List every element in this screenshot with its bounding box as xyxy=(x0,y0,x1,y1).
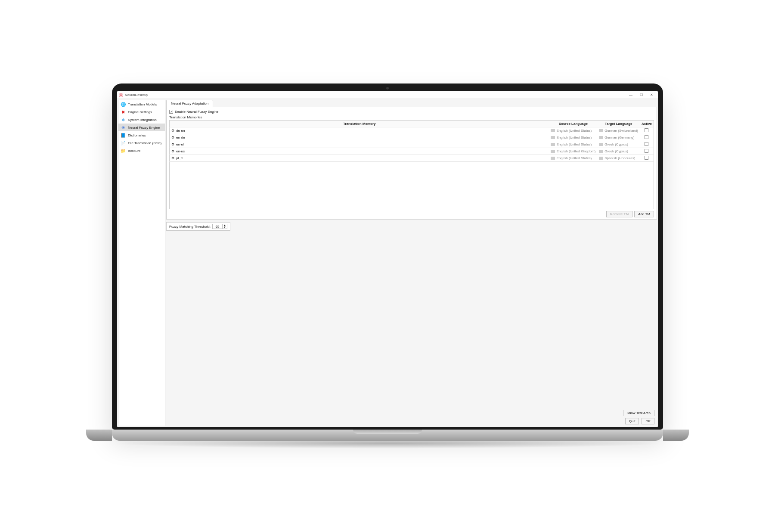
tab-neural-fuzzy-adaptation[interactable]: Neural Fuzzy Adaptation xyxy=(166,100,213,107)
active-cell[interactable] xyxy=(640,155,654,162)
target-lang-cell[interactable]: Greek (Cyprus) xyxy=(597,141,640,148)
flag-icon xyxy=(599,157,603,160)
source-lang-cell[interactable]: English (United Kingdom) xyxy=(549,148,597,155)
sidebar-item-label: Account xyxy=(128,149,140,153)
fuzzy-threshold-input[interactable] xyxy=(213,225,222,229)
col-active: Active xyxy=(640,121,654,127)
tm-name-cell: ⚙pl_tr xyxy=(170,155,549,162)
tm-button-row: Remove TM Add TM xyxy=(169,211,654,217)
sidebar-item-neural-fuzzy-engine[interactable]: ✳Neural Fuzzy Engine xyxy=(118,124,165,131)
sidebar-item-system-integration[interactable]: ❄System Integration xyxy=(118,116,165,124)
col-source: Source Language xyxy=(549,121,597,127)
flag-icon xyxy=(599,136,603,139)
active-cell[interactable] xyxy=(640,141,654,148)
col-target: Target Language xyxy=(597,121,640,127)
sidebar-item-translation-models[interactable]: 🌐Translation Models xyxy=(118,100,165,108)
main-spacer xyxy=(166,231,657,408)
table-row[interactable]: ⚙en-elEnglish (United States)Greek (Cypr… xyxy=(170,141,654,148)
flag-icon xyxy=(551,157,555,160)
source-lang-cell[interactable]: English (United States) xyxy=(549,141,597,148)
sidebar-item-label: Translation Models xyxy=(128,102,157,106)
gear-icon: ⚙ xyxy=(171,149,174,153)
sidebar-item-label: Engine Settings xyxy=(128,110,152,114)
source-lang-cell[interactable]: English (United States) xyxy=(549,155,597,162)
show-test-area-button[interactable]: Show Test Area xyxy=(623,410,654,416)
sidebar-item-file-translation-beta-[interactable]: 📄File Translation (Beta) xyxy=(118,139,165,147)
add-tm-button[interactable]: Add TM xyxy=(634,211,654,217)
active-checkbox[interactable] xyxy=(645,156,648,160)
fuzzy-threshold-spinner[interactable]: ▲▼ xyxy=(212,224,227,229)
translation-models-icon: 🌐 xyxy=(121,102,126,107)
target-lang-cell[interactable]: Greek (Cyprus) xyxy=(597,148,640,155)
enable-nfe-row[interactable]: ✓ Enable Neural Fuzzy Engine xyxy=(169,110,654,114)
app-icon xyxy=(119,93,123,97)
window-controls: — ☐ ✕ xyxy=(628,93,656,97)
tm-name-cell: ⚙en-el xyxy=(170,141,549,148)
flag-icon xyxy=(551,129,555,132)
tm-name-cell: ⚙en-us xyxy=(170,148,549,155)
tm-name-cell: ⚙en-de xyxy=(170,134,549,141)
active-cell[interactable] xyxy=(640,134,654,141)
quit-button[interactable]: Quit xyxy=(625,418,639,424)
sidebar-item-label: System Integration xyxy=(128,118,157,122)
col-memory: Translation Memory xyxy=(170,121,549,127)
tm-table: Translation Memory Source Language Targe… xyxy=(169,120,654,162)
target-lang-cell[interactable]: Spanish (Honduras) xyxy=(597,155,640,162)
app-window: NeuralDesktop — ☐ ✕ 🌐Translation Models✖… xyxy=(117,91,658,427)
active-checkbox[interactable] xyxy=(645,149,648,153)
close-button[interactable]: ✕ xyxy=(648,93,654,97)
table-row[interactable]: ⚙de-enEnglish (United States)German (Swi… xyxy=(170,127,654,134)
active-checkbox[interactable] xyxy=(645,135,648,139)
active-checkbox[interactable] xyxy=(645,128,648,132)
tm-empty-area xyxy=(169,162,654,209)
remove-tm-button[interactable]: Remove TM xyxy=(606,211,632,217)
laptop-base-left xyxy=(86,430,112,441)
tab-panel: ✓ Enable Neural Fuzzy Engine Translation… xyxy=(166,107,657,220)
sidebar: 🌐Translation Models✖Engine Settings❄Syst… xyxy=(118,100,165,426)
window-title: NeuralDesktop xyxy=(125,93,148,97)
active-cell[interactable] xyxy=(640,148,654,155)
sidebar-item-account[interactable]: 📁Account xyxy=(118,147,165,155)
tm-section-header: Translation Memories xyxy=(169,115,654,119)
gear-icon: ⚙ xyxy=(171,136,174,139)
minimize-button[interactable]: — xyxy=(628,93,634,97)
flag-icon xyxy=(599,143,603,146)
footer-buttons: Show Test Area Quit OK xyxy=(166,408,657,426)
flag-icon xyxy=(599,150,603,153)
flag-icon xyxy=(599,129,603,132)
laptop-base-right xyxy=(663,430,689,441)
table-row[interactable]: ⚙pl_trEnglish (United States)Spanish (Ho… xyxy=(170,155,654,162)
tab-strip: Neural Fuzzy Adaptation xyxy=(166,100,657,107)
table-header-row: Translation Memory Source Language Targe… xyxy=(170,121,654,127)
account-icon: 📁 xyxy=(121,148,126,153)
table-row[interactable]: ⚙en-usEnglish (United Kingdom)Greek (Cyp… xyxy=(170,148,654,155)
source-lang-cell[interactable]: English (United States) xyxy=(549,134,597,141)
engine-settings-icon: ✖ xyxy=(121,109,126,114)
flag-icon xyxy=(551,150,555,153)
dictionaries-icon: 📘 xyxy=(121,133,126,138)
fuzzy-threshold-row: Fuzzy Matching Threshold: ▲▼ xyxy=(166,222,230,231)
file-translation-beta--icon: 📄 xyxy=(121,140,126,145)
ok-button[interactable]: OK xyxy=(642,418,654,424)
main-panel: Neural Fuzzy Adaptation ✓ Enable Neural … xyxy=(166,99,658,427)
laptop-base xyxy=(112,430,663,441)
enable-nfe-checkbox[interactable]: ✓ xyxy=(169,110,173,114)
table-row[interactable]: ⚙en-deEnglish (United States)German (Ger… xyxy=(170,134,654,141)
tab-label: Neural Fuzzy Adaptation xyxy=(171,102,208,105)
maximize-button[interactable]: ☐ xyxy=(638,93,644,97)
gear-icon: ⚙ xyxy=(171,142,174,146)
target-lang-cell[interactable]: German (Switzerland) xyxy=(597,127,640,134)
laptop-camera xyxy=(386,87,389,90)
spinner-arrows[interactable]: ▲▼ xyxy=(222,224,227,229)
sidebar-item-engine-settings[interactable]: ✖Engine Settings xyxy=(118,108,165,116)
app-body: 🌐Translation Models✖Engine Settings❄Syst… xyxy=(117,99,658,427)
sidebar-item-label: File Translation (Beta) xyxy=(128,141,161,145)
target-lang-cell[interactable]: German (Germany) xyxy=(597,134,640,141)
gear-icon: ⚙ xyxy=(171,129,174,133)
active-cell[interactable] xyxy=(640,127,654,134)
active-checkbox[interactable] xyxy=(645,142,648,146)
enable-nfe-label: Enable Neural Fuzzy Engine xyxy=(175,110,218,114)
sidebar-item-dictionaries[interactable]: 📘Dictionaries xyxy=(118,131,165,139)
source-lang-cell[interactable]: English (United States) xyxy=(549,127,597,134)
flag-icon xyxy=(551,143,555,146)
